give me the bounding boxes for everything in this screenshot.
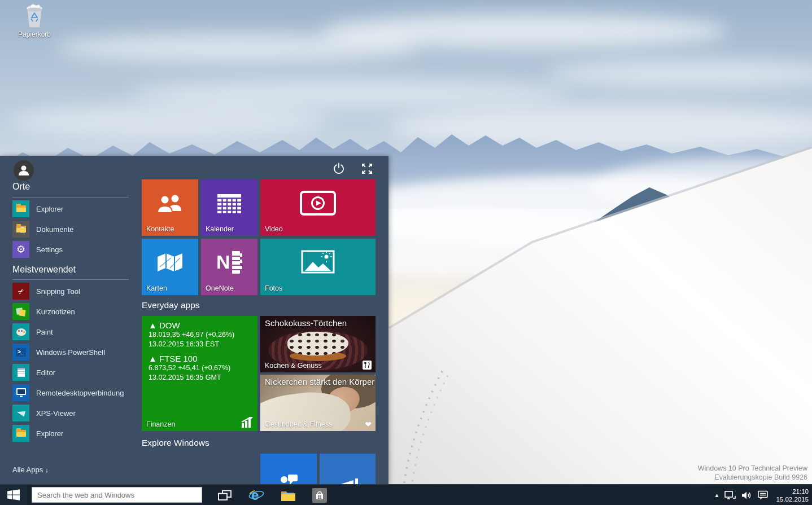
user-avatar[interactable] bbox=[14, 160, 34, 181]
xps-viewer-icon bbox=[12, 405, 29, 421]
divider bbox=[12, 197, 129, 197]
chevron-down-icon: ↓ bbox=[45, 467, 49, 473]
taskbar-clock[interactable]: 21:10 15.02.2015 bbox=[774, 488, 809, 503]
documents-icon bbox=[12, 221, 29, 238]
svg-text:N: N bbox=[216, 251, 230, 273]
paint-palette-icon bbox=[12, 323, 29, 340]
sidebar-item-label: Editor bbox=[36, 368, 55, 377]
sidebar-item-label: Paint bbox=[36, 328, 53, 336]
watermark-line-1: Windows 10 Pro Technical Preview bbox=[698, 464, 807, 473]
tile-finanzen[interactable]: ▲ DOW 18.019,35 +46,97 (+0,26%) 13.02.20… bbox=[142, 316, 257, 431]
stock-ftse-time: 13.02.2015 16:35 GMT bbox=[149, 373, 234, 383]
stock-dow-value: 18.019,35 +46,97 (+0,26%) bbox=[149, 330, 234, 340]
map-icon bbox=[156, 251, 184, 274]
places-heading: Orte bbox=[12, 182, 30, 192]
most-used-heading: Meistverwendet bbox=[12, 265, 76, 275]
action-center-icon[interactable] bbox=[757, 490, 769, 501]
expand-start-button[interactable] bbox=[360, 161, 374, 176]
people-icon bbox=[156, 192, 184, 214]
tile-insider-hub[interactable] bbox=[320, 454, 376, 484]
onenote-icon: N bbox=[216, 250, 243, 275]
tile-label: Kochen & Genuss bbox=[265, 362, 322, 370]
tile-feedback[interactable] bbox=[260, 454, 317, 484]
remote-desktop-icon bbox=[12, 384, 29, 401]
system-tray: ▲ 21:10 15.02.2015 bbox=[714, 485, 812, 505]
sidebar-item-label: Remotedesktopverbindung bbox=[36, 389, 124, 397]
watermark-line-2: Evaluierungskopie Build 9926 bbox=[698, 473, 807, 482]
tile-kochen-genuss[interactable]: Schokokuss-Törtchen Kochen & Genuss bbox=[260, 316, 376, 372]
start-menu: Orte Explorer Dokumente ⚙ Settings Meist… bbox=[0, 156, 388, 484]
utensils-icon bbox=[363, 361, 372, 370]
power-button[interactable] bbox=[331, 161, 346, 176]
sidebar-item-label: Windows PowerShell bbox=[36, 348, 105, 357]
clock-date: 15.02.2015 bbox=[776, 495, 809, 503]
tile-onenote[interactable]: N OneNote bbox=[201, 239, 257, 295]
tile-headline: Nickerchen stärkt den Körper bbox=[265, 377, 374, 387]
sidebar-item-label: Dokumente bbox=[36, 225, 73, 234]
finance-tile-content: ▲ DOW 18.019,35 +46,97 (+0,26%) 13.02.20… bbox=[149, 320, 234, 383]
stock-ftse-title: ▲ FTSE 100 bbox=[149, 354, 234, 363]
sidebar-item-powershell[interactable]: >_ Windows PowerShell bbox=[12, 343, 134, 361]
calendar-icon bbox=[217, 192, 242, 214]
recycle-bin-label: Papierkorb bbox=[15, 30, 54, 38]
clock-time: 21:10 bbox=[776, 488, 809, 495]
taskbar-search[interactable] bbox=[32, 487, 202, 503]
everyday-apps-heading: Everyday apps bbox=[142, 300, 200, 310]
sidebar-item-editor[interactable]: Editor bbox=[12, 363, 134, 381]
task-view-icon bbox=[217, 490, 232, 501]
tile-label: OneNote bbox=[206, 284, 234, 292]
volume-icon[interactable] bbox=[741, 490, 752, 501]
gear-icon: ⚙ bbox=[12, 241, 29, 258]
internet-explorer-button[interactable]: e bbox=[245, 485, 268, 505]
start-button[interactable] bbox=[0, 485, 27, 505]
tile-fotos[interactable]: Fotos bbox=[260, 239, 376, 295]
stock-chart-icon bbox=[241, 417, 254, 428]
sidebar-item-paint[interactable]: Paint bbox=[12, 323, 134, 341]
explore-windows-heading: Explore Windows bbox=[142, 438, 209, 448]
sidebar-item-xps-viewer[interactable]: XPS-Viewer bbox=[12, 404, 134, 422]
store-button[interactable] bbox=[308, 485, 331, 505]
sidebar-item-snipping-tool[interactable]: ✂ Snipping Tool bbox=[12, 282, 134, 300]
tile-karten[interactable]: Karten bbox=[142, 239, 198, 295]
tile-gesundheit-fitness[interactable]: Nickerchen stärkt den Körper Gesundheit … bbox=[260, 375, 376, 431]
sidebar-item-kurznotizen[interactable]: Kurznotizen bbox=[12, 302, 134, 320]
scissors-icon: ✂ bbox=[12, 283, 29, 300]
desktop: Papierkorb Windows 10 Pro Technical Prev… bbox=[0, 0, 812, 505]
stock-dow-title: ▲ DOW bbox=[149, 320, 234, 330]
recycle-bin[interactable]: Papierkorb bbox=[15, 3, 54, 38]
sidebar-item-explorer[interactable]: Explorer bbox=[12, 200, 134, 218]
tile-label: Video bbox=[265, 225, 283, 233]
feedback-person-icon bbox=[278, 473, 299, 484]
file-explorer-button[interactable] bbox=[277, 485, 299, 505]
explorer-icon bbox=[12, 200, 29, 217]
expand-icon bbox=[361, 163, 373, 175]
tile-kalender[interactable]: Kalender bbox=[201, 179, 257, 236]
sidebar-item-settings[interactable]: ⚙ Settings bbox=[12, 240, 134, 258]
sidebar-item-label: Explorer bbox=[36, 429, 63, 438]
explorer-icon bbox=[12, 425, 29, 442]
tile-kontakte[interactable]: Kontakte bbox=[142, 179, 198, 236]
tray-overflow-chevron-icon[interactable]: ▲ bbox=[714, 492, 720, 498]
tile-label: Kalender bbox=[206, 225, 234, 233]
search-input[interactable] bbox=[32, 488, 202, 502]
sidebar-item-explorer-2[interactable]: Explorer bbox=[12, 424, 134, 442]
all-apps-label: Alle Apps bbox=[12, 466, 43, 474]
task-view-button[interactable] bbox=[213, 485, 236, 505]
stock-ftse-value: 6.873,52 +45,41 (+0,67%) bbox=[149, 363, 234, 373]
sidebar-item-label: Kurznotizen bbox=[36, 308, 75, 316]
recycle-bin-icon bbox=[22, 3, 47, 29]
user-icon bbox=[18, 164, 30, 177]
sidebar-item-label: Snipping Tool bbox=[36, 287, 80, 296]
network-icon[interactable] bbox=[724, 490, 736, 501]
sidebar-item-label: Explorer bbox=[36, 205, 63, 213]
sidebar-item-remotedesktop[interactable]: Remotedesktopverbindung bbox=[12, 384, 134, 402]
build-watermark: Windows 10 Pro Technical Preview Evaluie… bbox=[698, 464, 807, 482]
sidebar-item-dokumente[interactable]: Dokumente bbox=[12, 220, 134, 238]
power-icon bbox=[333, 163, 345, 175]
folder-icon bbox=[281, 489, 296, 502]
tile-headline: Schokokuss-Törtchen bbox=[265, 318, 347, 328]
notepad-icon bbox=[12, 364, 29, 381]
all-apps-button[interactable]: Alle Apps↓ bbox=[12, 466, 49, 474]
tile-video[interactable]: Video bbox=[260, 179, 376, 236]
tile-label: Fotos bbox=[265, 284, 282, 292]
